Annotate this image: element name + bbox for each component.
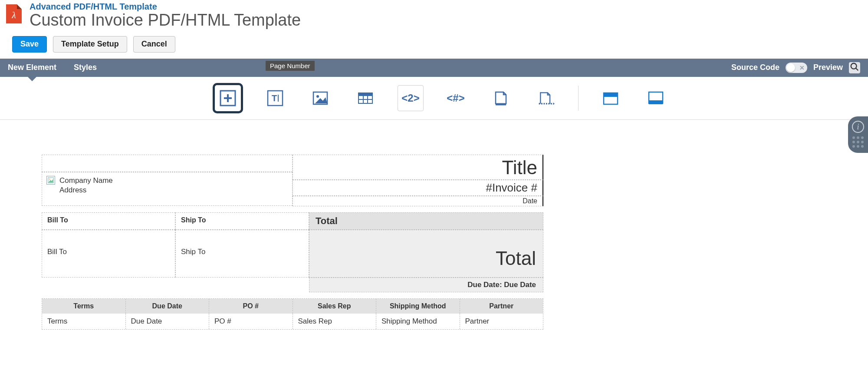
ship-to-label[interactable]: Ship To bbox=[175, 212, 309, 230]
total-label[interactable]: Total bbox=[309, 212, 543, 230]
tool-add-element[interactable] bbox=[213, 83, 243, 113]
toolbar-divider bbox=[578, 86, 579, 111]
svg-marker-18 bbox=[553, 102, 555, 105]
table-icon bbox=[357, 89, 374, 107]
col-terms-header[interactable]: Terms bbox=[42, 299, 126, 314]
detail-columns-row: Terms Due Date PO # Sales Rep Shipping M… bbox=[42, 314, 543, 329]
source-code-toggle[interactable]: ✕ bbox=[786, 63, 807, 73]
svg-line-1 bbox=[856, 68, 858, 71]
source-code-label: Source Code bbox=[731, 63, 779, 72]
cancel-button[interactable]: Cancel bbox=[133, 36, 175, 53]
tool-table[interactable] bbox=[352, 85, 378, 111]
tool-footer[interactable] bbox=[643, 85, 669, 111]
tool-text[interactable]: T bbox=[262, 85, 288, 111]
svg-point-9 bbox=[316, 95, 319, 98]
save-button[interactable]: Save bbox=[12, 36, 47, 53]
header-icon bbox=[602, 89, 619, 107]
template-canvas[interactable]: Company Name Address Title #Invoice # Da… bbox=[0, 120, 868, 330]
tool-image[interactable] bbox=[307, 85, 333, 111]
drag-dots-icon bbox=[852, 136, 864, 148]
ship-to-value[interactable]: Ship To bbox=[175, 230, 309, 278]
detail-columns-header: Terms Due Date PO # Sales Rep Shipping M… bbox=[42, 299, 543, 314]
template-setup-button[interactable]: Template Setup bbox=[53, 36, 127, 53]
tool-page-break-before[interactable] bbox=[488, 85, 514, 111]
col-sales-rep-value[interactable]: Sales Rep bbox=[293, 314, 377, 329]
svg-marker-10 bbox=[315, 97, 327, 103]
header-empty-cell[interactable] bbox=[42, 155, 293, 172]
toggle-off-icon: ✕ bbox=[799, 64, 805, 71]
col-due-date-value[interactable]: Due Date bbox=[126, 314, 210, 329]
plus-box-icon bbox=[219, 89, 237, 107]
company-name-field[interactable]: Company Name bbox=[59, 176, 113, 185]
breadcrumb[interactable]: Advanced PDF/HTML Template bbox=[30, 2, 301, 12]
element-toolbar: T <2> <#> bbox=[0, 77, 868, 120]
tool-page-count[interactable]: <#> bbox=[443, 85, 469, 111]
col-shipping-method-header[interactable]: Shipping Method bbox=[376, 299, 460, 314]
col-po-value[interactable]: PO # bbox=[209, 314, 293, 329]
bill-to-label[interactable]: Bill To bbox=[42, 212, 175, 230]
tool-page-break-after[interactable] bbox=[533, 85, 559, 111]
invoice-number-field[interactable]: #Invoice # bbox=[293, 180, 543, 196]
svg-point-0 bbox=[851, 63, 857, 69]
svg-rect-22 bbox=[649, 100, 663, 104]
col-partner-value[interactable]: Partner bbox=[460, 314, 543, 329]
company-info-cell[interactable]: Company Name Address bbox=[42, 172, 293, 206]
due-date-row[interactable]: Due Date: Due Date bbox=[309, 278, 543, 292]
svg-text:T: T bbox=[272, 93, 277, 103]
col-due-date-header[interactable]: Due Date bbox=[126, 299, 210, 314]
total-value[interactable]: Total bbox=[309, 230, 543, 278]
svg-rect-20 bbox=[604, 93, 618, 97]
page-title: Custom Invoice PDF/HTML Template bbox=[30, 12, 301, 29]
logo-placeholder-icon[interactable] bbox=[46, 176, 55, 185]
info-icon: i bbox=[852, 121, 864, 133]
address-field[interactable]: Address bbox=[59, 185, 113, 195]
svg-point-25 bbox=[49, 179, 50, 180]
image-icon bbox=[312, 89, 329, 107]
page-break-after-icon bbox=[537, 89, 555, 107]
help-panel-toggle[interactable]: i bbox=[848, 116, 868, 153]
col-po-header[interactable]: PO # bbox=[209, 299, 293, 314]
magnify-icon bbox=[850, 62, 859, 73]
col-partner-header[interactable]: Partner bbox=[460, 299, 543, 314]
tooltip-page-number: Page Number bbox=[266, 61, 315, 71]
page-number-icon: <2> bbox=[401, 92, 419, 104]
page-break-before-icon bbox=[492, 89, 510, 107]
bill-to-value[interactable]: Bill To bbox=[42, 230, 175, 278]
page-count-icon: <#> bbox=[447, 92, 464, 104]
tab-new-element[interactable]: New Element bbox=[8, 59, 56, 77]
svg-rect-12 bbox=[358, 93, 372, 96]
title-field[interactable]: Title bbox=[293, 155, 543, 180]
col-shipping-method-value[interactable]: Shipping Method bbox=[376, 314, 460, 329]
editor-navbar: New Element Styles Source Code ✕ Preview bbox=[0, 59, 868, 77]
col-terms-value[interactable]: Terms bbox=[42, 314, 126, 329]
preview-magnify-button[interactable] bbox=[849, 62, 860, 73]
preview-button[interactable]: Preview bbox=[813, 63, 843, 72]
tool-header[interactable] bbox=[598, 85, 624, 111]
footer-icon bbox=[647, 89, 664, 107]
pdf-file-icon: λ bbox=[6, 4, 22, 23]
text-box-icon: T bbox=[266, 89, 284, 107]
col-sales-rep-header[interactable]: Sales Rep bbox=[293, 299, 377, 314]
tool-page-number[interactable]: <2> bbox=[398, 85, 424, 111]
svg-marker-24 bbox=[49, 179, 53, 182]
date-field[interactable]: Date bbox=[293, 196, 543, 206]
tab-styles[interactable]: Styles bbox=[74, 59, 97, 77]
